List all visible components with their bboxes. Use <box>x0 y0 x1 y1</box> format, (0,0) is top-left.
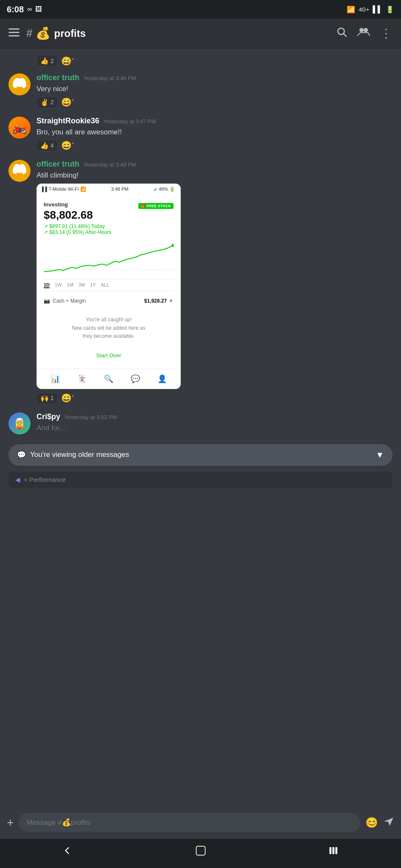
start-over-button[interactable]: Start Over <box>44 349 174 362</box>
back-nav-button[interactable] <box>61 845 73 860</box>
cash-row: 📷 Cash + Margin $1,928.27 ▼ <box>44 295 174 307</box>
message-header: StraightRookie36 Yesterday at 3:47 PM <box>36 117 393 125</box>
reactions-row: ✌️ 2 😄+ <box>36 97 393 108</box>
investing-amount: $8,802.68 <box>44 209 111 222</box>
members-icon[interactable] <box>357 26 370 40</box>
message-header: officer truth Yesterday at 3:46 PM <box>36 73 393 82</box>
perf-text: < Performance <box>24 476 66 483</box>
discord-logo-icon <box>13 76 26 93</box>
add-attachment-button[interactable]: + <box>7 816 14 829</box>
svg-rect-2 <box>8 35 20 36</box>
tab-3m[interactable]: 3M <box>79 282 85 288</box>
older-messages-text: 💬 You're viewing older messages <box>17 451 129 459</box>
tab-1y[interactable]: 1Y <box>90 282 95 288</box>
screenshot-nav-search[interactable]: 🔍 <box>104 374 113 384</box>
chart-container <box>44 242 174 276</box>
message-group-crispy: 🧝 Cri$py Yesterday at 3:52 PM And for... <box>8 408 393 440</box>
send-button[interactable] <box>383 816 394 829</box>
svg-point-8 <box>172 244 174 247</box>
reactions-row-officer-2: 🙌 1 😄+ <box>36 392 393 404</box>
message-text-officer-2: Atill climbing! <box>36 170 393 181</box>
message-input-placeholder: Message #💰profits <box>26 818 90 827</box>
screenshot-nav-bar: 📊 🃏 🔍 💬 👤 <box>37 369 180 389</box>
reaction-peace[interactable]: ✌️ 2 <box>36 97 58 108</box>
older-messages-banner[interactable]: 💬 You're viewing older messages ▼ <box>8 444 393 466</box>
screenshot-nav-messages[interactable]: 💬 <box>131 374 140 384</box>
search-icon[interactable] <box>336 26 347 40</box>
message-input-area: + Message #💰profits 😊 <box>0 809 401 839</box>
message-content-officer-1: officer truth Yesterday at 3:46 PM Very … <box>36 73 393 108</box>
reactions-row: 👍 4 😄+ <box>36 140 393 151</box>
tab-all[interactable]: ALL <box>101 282 109 288</box>
screenshot-carrier: ▌▌T-Mobile Wi-Fi 📶 <box>42 186 86 192</box>
cash-value: $1,928.27 <box>144 298 167 304</box>
message-header-crispy: Cri$py Yesterday at 3:52 PM <box>36 412 393 421</box>
cash-chevron-icon[interactable]: ▼ <box>168 298 174 304</box>
older-messages-label: You're viewing older messages <box>30 451 129 459</box>
screenshot-nav-portfolio[interactable]: 📊 <box>50 374 60 384</box>
discord-logo-icon-2 <box>13 162 26 179</box>
message-content-crispy: Cri$py Yesterday at 3:52 PM And for... <box>36 412 393 436</box>
message-partial: 👍 2 😄+ <box>8 53 393 69</box>
performance-preview[interactable]: ◀ < Performance <box>8 472 393 488</box>
status-time: 6:08 <box>7 5 24 14</box>
username-crispy: Cri$py <box>36 412 60 421</box>
header-actions: ⋮ <box>336 26 393 40</box>
svg-rect-0 <box>8 28 20 30</box>
svg-rect-12 <box>335 847 337 854</box>
cash-label: 📷 Cash + Margin <box>44 298 86 304</box>
message-header-2: officer truth Yesterday at 3:49 PM <box>36 160 393 169</box>
avatar-officer-truth-1 <box>8 73 31 95</box>
channel-info: # 💰 profits <box>26 26 336 40</box>
add-reaction-button[interactable]: 😄+ <box>61 97 74 107</box>
channel-hash-icon: # <box>26 27 32 40</box>
avatar-straightrookie: 🏍️ <box>8 117 31 139</box>
perf-arrow-icon: ◀ <box>15 476 20 484</box>
hamburger-button[interactable] <box>8 28 20 39</box>
reactions-row: 👍 2 😄+ <box>36 55 393 67</box>
username-officer-truth-1: officer truth <box>36 73 79 82</box>
investing-title: Investing <box>44 201 111 208</box>
timestamp-officer-2: Yesterday at 3:49 PM <box>84 161 136 168</box>
wifi-icon: 📶 <box>347 6 355 14</box>
tab-1m[interactable]: 1M <box>67 282 73 288</box>
menu-nav-button[interactable] <box>328 845 340 860</box>
investing-gain-today: ↗ $897.91 (11.48%) Today <box>44 223 111 229</box>
message-group-straightrookie: 🏍️ StraightRookie36 Yesterday at 3:47 PM… <box>8 112 393 156</box>
reaction-emoji: 👍 <box>40 57 49 65</box>
message-group-officer-truth-2: officer truth Yesterday at 3:49 PM Atill… <box>8 156 393 408</box>
reaction-count: 4 <box>50 142 54 149</box>
crispy-avatar-icon: 🧝 <box>13 417 26 429</box>
add-reaction-button[interactable]: 😄+ <box>61 56 74 66</box>
message-text-crispy: And for... <box>36 423 393 433</box>
signal-label: 4G+ <box>359 6 369 13</box>
add-reaction-button[interactable]: 😄+ <box>61 393 74 403</box>
more-options-icon[interactable]: ⋮ <box>380 26 393 40</box>
message-text-officer-1: Very nice! <box>36 84 393 94</box>
free-stock-badge[interactable]: 🎁 FREE STOCK <box>138 203 174 209</box>
screenshot-nav-cards[interactable]: 🃏 <box>77 374 87 384</box>
message-text-rookie: Bro, you all are awesome!! <box>36 127 393 137</box>
channel-name: profits <box>54 28 86 39</box>
screenshot-nav-account[interactable]: 👤 <box>157 374 167 384</box>
svg-rect-10 <box>329 847 331 854</box>
svg-line-4 <box>344 34 346 36</box>
image-icon: 🖼 <box>35 6 42 13</box>
emoji-button[interactable]: 😊 <box>365 817 378 829</box>
tab-1w[interactable]: 1W <box>55 282 62 288</box>
reaction-hands-up[interactable]: 🙌 1 <box>36 392 58 404</box>
tab-1d[interactable]: 1D <box>44 282 50 288</box>
username-straightrookie: StraightRookie36 <box>36 117 99 125</box>
add-reaction-button[interactable]: 😄+ <box>61 140 74 150</box>
home-nav-button[interactable] <box>195 845 207 860</box>
svg-rect-11 <box>332 847 334 854</box>
reaction-thumbsup-4[interactable]: 👍 4 <box>36 140 58 151</box>
reaction-thumbsup[interactable]: 👍 2 <box>36 55 58 67</box>
timestamp-rookie: Yesterday at 3:47 PM <box>104 118 156 125</box>
reaction-count: 2 <box>50 99 54 106</box>
message-content-officer-2: officer truth Yesterday at 3:49 PM Atill… <box>36 160 393 404</box>
svg-point-5 <box>359 28 364 32</box>
reaction-count: 2 <box>50 58 54 64</box>
screenshot-status-bar: ▌▌T-Mobile Wi-Fi 📶 3:48 PM ↙ 49% 🔋 <box>37 184 180 195</box>
message-input-box[interactable]: Message #💰profits <box>19 813 360 832</box>
